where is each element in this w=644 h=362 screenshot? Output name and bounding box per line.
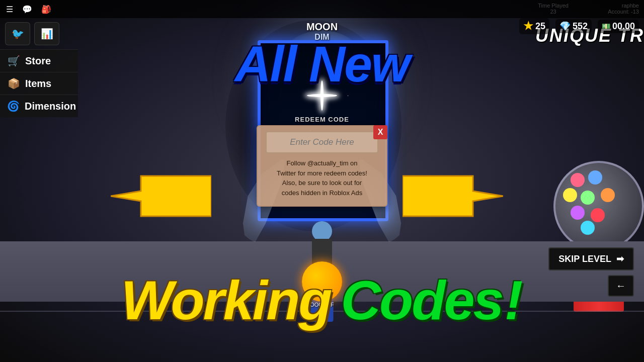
character-orb [302,261,342,302]
svg-marker-0 [111,176,211,216]
chat-button[interactable]: 💬 [20,3,34,16]
star-icon: ★ [523,20,533,33]
gumball [591,208,605,222]
items-label: Items [25,78,51,89]
gumball [588,170,602,185]
chart-icon: 📊 [41,28,53,40]
chart-button[interactable]: 📊 [34,22,59,45]
hud-currencies: ★ 25 💎 552 💵 00.00 [519,18,639,34]
menu-button[interactable]: ☰ [4,3,15,16]
top-bar: ☰ 💬 🎒 [0,0,644,18]
back-button[interactable]: ← [608,275,634,297]
star-count: 25 [535,21,545,32]
gumball [563,188,577,202]
inventory-button[interactable]: 🎒 [39,3,53,16]
redeem-dialog: X Follow @actually_tim onTwitter for mor… [257,125,387,207]
sidebar-icon-row: 🐦 📊 [0,18,78,49]
skip-level-icon: ➡ [616,253,624,264]
money-icon: 💵 [602,22,610,30]
sparkle-effect [302,75,342,116]
star-currency: ★ 25 [519,18,549,34]
gumball-bowl [553,161,644,251]
location-name: MOON [306,21,338,33]
money-count: 00.00 [612,21,635,32]
gumball [571,173,585,187]
redeem-description: Follow @actually_tim onTwitter for more … [266,158,378,198]
dimension-label: Dimension [25,101,76,112]
twitter-button[interactable]: 🐦 [5,22,30,45]
gumball [571,206,585,220]
store-label: Store [25,55,51,67]
gem-count: 552 [573,21,588,32]
redeem-label: REDEEM CODE [257,116,387,123]
svg-marker-1 [403,176,503,216]
skip-level-button[interactable]: SKIP LEVEL ➡ [548,247,634,270]
gem-icon: 💎 [559,21,571,32]
character-username: OOOOFF [310,302,334,308]
dimension-icon: 🌀 [7,100,20,112]
gumball [581,191,595,205]
redeem-dialog-container: REDEEM CODE X Follow @actually_tim onTwi… [257,116,387,207]
redeem-input[interactable] [266,131,378,153]
back-icon: ← [616,280,626,291]
left-arrow [111,171,211,221]
money-currency: 💵 00.00 [598,20,639,33]
items-icon: 📦 [7,77,20,89]
sidebar-item-items[interactable]: 📦 Items [0,72,78,95]
skip-level-label: SKIP LEVEL [558,254,611,264]
twitter-icon: 🐦 [12,28,24,40]
gumball [581,221,595,235]
sidebar-item-dimension[interactable]: 🌀 Dimension [0,95,78,117]
character-head [312,221,332,241]
gumball [601,188,615,202]
location-sub: DIM [306,33,338,42]
sidebar-item-store[interactable]: 🛒 Store [0,49,78,72]
gem-currency: 💎 552 [555,19,592,33]
left-sidebar: 🐦 📊 🛒 Store 📦 Items 🌀 Dimension [0,18,78,117]
right-arrow [403,171,503,221]
redeem-close-button[interactable]: X [373,125,387,139]
location-display: MOON DIM [306,21,338,42]
store-icon: 🛒 [7,55,20,67]
